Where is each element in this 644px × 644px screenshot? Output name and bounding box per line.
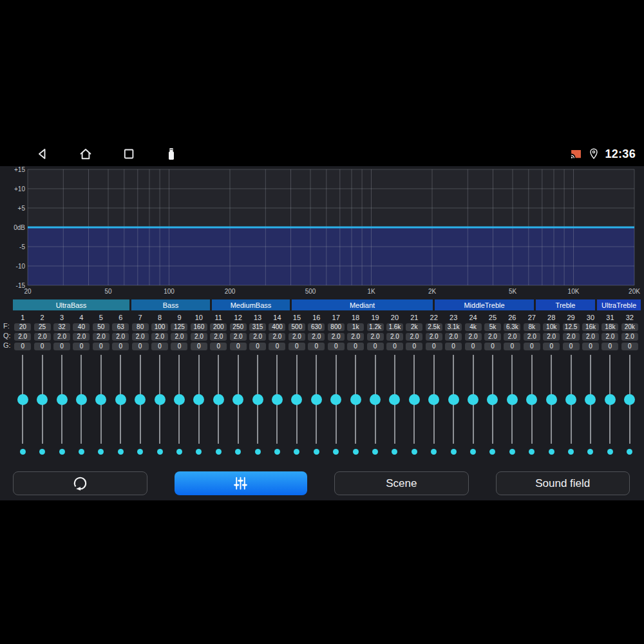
eq-slider[interactable] (91, 355, 111, 445)
slider-knob[interactable] (507, 394, 518, 405)
eq-slider[interactable] (267, 355, 287, 445)
reset-icon (71, 475, 89, 492)
slider-knob[interactable] (76, 394, 87, 405)
band-ultrabass: UltraBass (13, 299, 129, 310)
eq-slider[interactable] (404, 355, 424, 445)
slider-knob[interactable] (428, 394, 439, 405)
slider-end-dot (549, 449, 554, 455)
slider-knob[interactable] (448, 394, 459, 405)
eq-slider[interactable] (444, 355, 463, 445)
svg-text:500: 500 (305, 288, 316, 295)
svg-text:+15: +15 (14, 166, 25, 173)
f-value-chip: 400 (269, 323, 285, 331)
slider-knob[interactable] (213, 394, 224, 405)
eq-slider[interactable] (52, 355, 71, 445)
eq-slider[interactable] (169, 355, 189, 445)
slider-knob[interactable] (174, 394, 185, 405)
g-value-chip: 0 (308, 343, 325, 350)
slider-end-dot (568, 449, 574, 455)
eq-slider[interactable] (620, 355, 639, 445)
slider-knob[interactable] (389, 394, 400, 405)
q-value-chip: 2.0 (426, 333, 442, 341)
slider-knob[interactable] (155, 394, 166, 405)
eq-slider[interactable] (561, 355, 580, 445)
eq-slider[interactable] (581, 355, 600, 445)
slider-knob[interactable] (546, 394, 557, 405)
slider-knob[interactable] (291, 394, 302, 405)
eq-slider[interactable] (287, 355, 307, 445)
slider-knob[interactable] (468, 394, 478, 405)
g-value-chip: 0 (328, 343, 345, 350)
slider-knob[interactable] (624, 394, 635, 405)
slider-knob[interactable] (193, 394, 204, 405)
q-value-chip: 2.0 (249, 333, 266, 341)
eq-slider[interactable] (542, 355, 561, 445)
eq-slider[interactable] (71, 355, 91, 445)
slider-knob[interactable] (350, 394, 361, 405)
home-icon[interactable] (78, 146, 93, 162)
channel-number: 1 (21, 314, 24, 321)
eq-slider[interactable] (209, 355, 228, 445)
slider-end-dot (451, 449, 457, 455)
slider-knob[interactable] (57, 394, 68, 405)
slider-knob[interactable] (232, 394, 243, 405)
scene-button[interactable]: Scene (334, 471, 469, 495)
slider-knob[interactable] (252, 394, 263, 405)
slider-knob[interactable] (409, 394, 420, 405)
eq-fill-area (28, 227, 634, 285)
eq-slider[interactable] (228, 355, 247, 445)
slider-knob[interactable] (272, 394, 283, 405)
eq-slider[interactable] (307, 355, 326, 445)
eq-slider[interactable] (483, 355, 502, 445)
eq-slider[interactable] (600, 355, 620, 445)
f-value-chip: 20k (621, 323, 638, 331)
slider-knob[interactable] (37, 394, 48, 405)
sound-field-button-label: Sound field (535, 477, 590, 490)
slider-knob[interactable] (115, 394, 126, 405)
eq-slider[interactable] (385, 355, 404, 445)
usb-icon[interactable] (164, 146, 179, 162)
back-icon[interactable] (35, 146, 50, 162)
slider-knob[interactable] (311, 394, 322, 405)
eq-slider[interactable] (502, 355, 522, 445)
channel-number: 27 (528, 314, 536, 321)
svg-text:-5: -5 (19, 243, 25, 251)
slider-end-dot (196, 449, 202, 455)
eq-slider[interactable] (346, 355, 365, 445)
eq-slider[interactable] (130, 355, 149, 445)
recents-icon[interactable] (121, 146, 137, 162)
q-value-chip: 2.0 (308, 333, 325, 341)
location-icon (587, 147, 600, 160)
svg-text:20K: 20K (629, 288, 640, 295)
eq-slider[interactable] (424, 355, 444, 445)
eq-slider[interactable] (463, 355, 482, 445)
slider-knob[interactable] (95, 394, 106, 405)
slider-knob[interactable] (585, 394, 596, 405)
eq-slider[interactable] (150, 355, 169, 445)
slider-knob[interactable] (526, 394, 537, 405)
sound-field-button[interactable]: Sound field (496, 471, 630, 495)
slider-knob[interactable] (605, 394, 616, 405)
channel-number: 29 (567, 314, 574, 321)
slider-knob[interactable] (330, 394, 341, 405)
q-value-chip: 2.0 (93, 333, 109, 341)
slider-knob[interactable] (370, 394, 381, 405)
eq-slider[interactable] (365, 355, 384, 445)
f-value-chip: 1.6k (386, 323, 403, 331)
slider-end-dot (118, 449, 124, 455)
reset-button[interactable] (13, 471, 147, 495)
eq-slider[interactable] (248, 355, 267, 445)
q-value-chip: 2.0 (543, 333, 560, 341)
slider-knob[interactable] (487, 394, 498, 405)
eq-slider[interactable] (189, 355, 209, 445)
q-value-chip: 2.0 (328, 333, 345, 341)
eq-slider[interactable] (327, 355, 346, 445)
eq-slider[interactable] (13, 355, 32, 445)
slider-knob[interactable] (565, 394, 576, 405)
slider-knob[interactable] (17, 394, 28, 405)
eq-button[interactable] (175, 471, 308, 495)
eq-slider[interactable] (522, 355, 542, 445)
slider-knob[interactable] (135, 394, 146, 405)
eq-slider[interactable] (111, 355, 130, 445)
eq-slider[interactable] (32, 355, 52, 445)
